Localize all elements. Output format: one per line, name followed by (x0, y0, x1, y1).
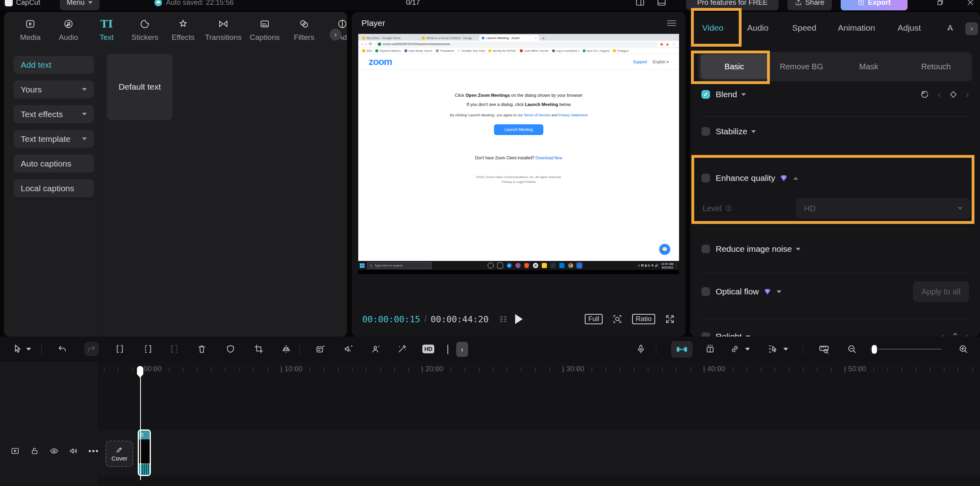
zoom-slider-track[interactable] (870, 349, 941, 350)
stabilize-checkbox[interactable] (701, 127, 710, 136)
lock-icon[interactable] (30, 446, 39, 456)
zoom-in-button[interactable] (956, 342, 970, 356)
tab-filters[interactable]: Filters (285, 18, 323, 42)
tabbar-expand-button[interactable]: › (330, 29, 342, 41)
relight-up-icon[interactable]: ⌃ (951, 331, 959, 337)
split-button[interactable] (113, 342, 127, 356)
tab-adjust[interactable]: Adjust (898, 23, 921, 33)
tab-audio[interactable]: Audio (49, 18, 88, 42)
level-dropdown[interactable]: HD (796, 198, 970, 219)
menu-button[interactable]: Menu (60, 0, 100, 10)
reduce-noise-expand-caret[interactable] (796, 248, 800, 251)
relight-prev-icon[interactable]: ‹ (941, 331, 944, 337)
keyframe-prev-icon[interactable]: ‹ (938, 89, 941, 100)
props-tabs-more-button[interactable]: › (965, 22, 978, 35)
text-effects-dropdown[interactable]: Text effects (14, 105, 94, 123)
select-mode-caret[interactable] (783, 348, 788, 351)
blend-checkbox[interactable]: ✓ (701, 90, 710, 99)
link-clips-caret[interactable] (745, 348, 750, 351)
undo-button[interactable] (55, 342, 69, 356)
optical-flow-expand-caret[interactable] (777, 290, 781, 293)
auto-snap-button[interactable] (671, 341, 693, 358)
subtab-remove-bg[interactable]: Remove BG (768, 54, 835, 79)
pro-features-button[interactable]: Pro features for FREE (686, 0, 779, 10)
play-button[interactable] (362, 313, 675, 325)
subtab-retouch[interactable]: Retouch (902, 54, 970, 79)
default-text-card[interactable]: Default text (107, 54, 173, 120)
crop-button[interactable] (252, 342, 266, 356)
tab-text[interactable]: TI Text (88, 18, 126, 42)
extract-frame-button[interactable] (314, 342, 328, 356)
zoom-slider-knob[interactable] (872, 345, 877, 354)
apply-to-all-button[interactable]: Apply to all (913, 281, 969, 302)
magic-wand-icon (397, 344, 407, 354)
relight-next-icon[interactable]: › (966, 331, 969, 337)
blend-expand-caret[interactable] (741, 93, 746, 96)
mask-tool-button[interactable] (223, 342, 238, 356)
zoom-out-button[interactable] (845, 342, 859, 356)
player-menu-icon[interactable] (667, 19, 676, 27)
enhance-voice-button[interactable] (342, 342, 356, 356)
relight-label: Relight (716, 332, 742, 337)
remove-bg-button[interactable] (369, 342, 383, 356)
yours-dropdown[interactable]: Yours (14, 80, 94, 98)
enhance-level-row: Level HD (703, 197, 970, 219)
subtab-basic[interactable]: Basic (701, 54, 768, 79)
mute-speaker-icon[interactable] (69, 446, 78, 456)
export-button[interactable]: Export (841, 0, 908, 10)
redo-button[interactable] (84, 342, 99, 356)
optical-flow-checkbox[interactable] (701, 287, 710, 296)
split-delete-left-button[interactable] (141, 342, 155, 356)
add-text-button[interactable]: Add text (14, 56, 94, 74)
track-preview-icon[interactable] (10, 446, 20, 456)
tab-animation[interactable]: Animation (838, 23, 875, 33)
select-tool-caret[interactable] (26, 348, 31, 351)
tab-effects[interactable]: Effects (164, 18, 202, 42)
tab-ai[interactable]: A (947, 23, 953, 33)
tab-speed[interactable]: Speed (792, 23, 816, 33)
share-button[interactable]: Share (787, 0, 832, 10)
tab-transitions[interactable]: Transitions (202, 18, 244, 42)
video-track-lane[interactable] (98, 429, 980, 476)
tab-stickers[interactable]: Stickers (126, 18, 164, 42)
toolbar-divider (299, 344, 300, 355)
eye-icon[interactable] (49, 446, 59, 456)
subtab-mask[interactable]: Mask (835, 54, 902, 79)
timeline-clip[interactable]: 0 (138, 429, 151, 476)
keyframe-diamond-icon[interactable] (949, 90, 958, 99)
playhead-line[interactable] (140, 366, 141, 480)
enhance-collapse-caret[interactable] (793, 177, 798, 180)
collapse-toolbar-button[interactable]: ‹ (456, 342, 468, 357)
video-preview[interactable]: My Drive - Google Drive What is a Good C… (358, 34, 679, 274)
preview-axis-button[interactable] (703, 342, 717, 356)
tab-captions[interactable]: Captions (244, 18, 285, 42)
tab-media[interactable]: Media (11, 18, 49, 42)
select-tool[interactable] (10, 342, 25, 356)
delete-button[interactable] (195, 342, 209, 356)
reset-icon[interactable] (919, 89, 930, 100)
timeline-scale-button[interactable] (817, 342, 831, 356)
keyframe-next-icon[interactable]: › (966, 89, 969, 100)
tab-audio-props[interactable]: Audio (747, 23, 769, 33)
auto-captions-button[interactable]: Auto captions (14, 155, 94, 172)
layout-toggle-left-icon[interactable] (635, 0, 645, 10)
select-mode-button[interactable] (765, 342, 779, 356)
restore-window-icon[interactable] (936, 0, 944, 10)
relight-checkbox[interactable] (701, 332, 710, 337)
preview-hd-button[interactable]: HD (421, 342, 435, 356)
reduce-noise-checkbox[interactable] (701, 245, 710, 253)
close-window-icon[interactable] (966, 0, 974, 10)
text-template-dropdown[interactable]: Text template (14, 130, 94, 148)
track-more-icon[interactable]: ••• (88, 447, 99, 456)
mirror-button[interactable] (279, 342, 293, 356)
smart-tools-button[interactable] (395, 342, 409, 356)
record-voiceover-button[interactable] (634, 342, 648, 356)
stabilize-expand-caret[interactable] (751, 130, 756, 133)
tab-video[interactable]: Video (702, 23, 723, 33)
layout-toggle-bottom-icon[interactable] (657, 0, 666, 10)
link-clips-button[interactable] (728, 342, 742, 356)
local-captions-button[interactable]: Local captions (14, 179, 94, 197)
split-delete-right-button[interactable] (167, 342, 182, 356)
edit-cover-button[interactable]: Cover (105, 441, 133, 467)
enhance-quality-checkbox[interactable] (701, 174, 710, 182)
